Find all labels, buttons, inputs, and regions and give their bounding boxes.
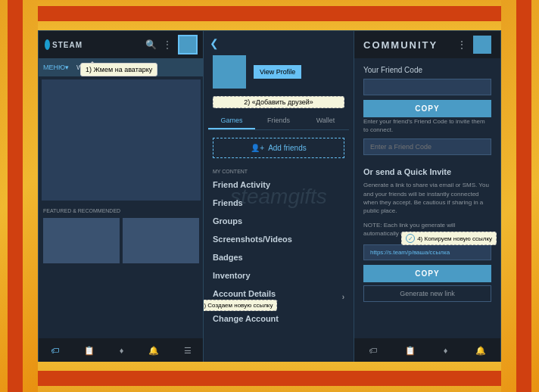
- header-icons: 🔍 ⋮: [145, 35, 198, 54]
- annotation-1: 1) Жмем на аватарку: [80, 63, 157, 76]
- community-title: COMMUNITY: [363, 39, 450, 51]
- center-dropdown-panel: ❮ View Profile 2) «Добавить друзей» Game…: [203, 30, 354, 363]
- tab-wallet[interactable]: Wallet: [302, 113, 349, 129]
- gift-decoration-top: [0, 0, 539, 30]
- generate-link-button[interactable]: Generate new link: [363, 285, 491, 302]
- featured-label: FEATURED & RECOMMENDED: [43, 208, 199, 213]
- annotation-4-text: 4) Копируем новую ссылку: [417, 235, 492, 242]
- friend-code-label: Your Friend Code: [363, 66, 491, 74]
- menu-screenshots[interactable]: Screenshots/Videos: [204, 230, 354, 248]
- community-avatar: [473, 36, 491, 54]
- quick-invite-desc: Generate a link to share via email or SM…: [363, 181, 491, 215]
- copy-friend-code-button[interactable]: COPY: [363, 100, 491, 117]
- r-nav-list[interactable]: 📋: [405, 346, 416, 356]
- bottom-nav-diamond[interactable]: ♦: [120, 346, 124, 355]
- steam-logo-icon: [45, 39, 50, 50]
- user-avatar[interactable]: [178, 35, 198, 54]
- more-icon[interactable]: ⋮: [163, 39, 172, 50]
- menu-inventory[interactable]: Inventory: [204, 266, 354, 285]
- quick-invite-label: Or send a Quick Invite: [363, 167, 491, 176]
- add-friends-icon: 👤+: [251, 144, 264, 152]
- steam-logo-text: STEAM: [52, 41, 83, 49]
- community-more-icon[interactable]: ⋮: [456, 39, 467, 51]
- profile-section: View Profile: [204, 55, 354, 96]
- annotation-4: ✓ 4) Копируем новую ссылку: [401, 232, 497, 245]
- back-arrow[interactable]: ❮: [204, 31, 354, 55]
- community-panel: COMMUNITY ⋮ Your Friend Code COPY Enter …: [354, 30, 501, 363]
- nav-menu[interactable]: МЕНЮ▾: [43, 64, 69, 71]
- center-tabs: Games Friends Wallet: [208, 113, 349, 130]
- friend-code-input[interactable]: [363, 79, 491, 95]
- add-friends-button[interactable]: 👤+ Add friends: [213, 138, 344, 158]
- annotation-3: 3) Создаем новую ссылку: [203, 300, 277, 311]
- friend-code-section: Your Friend Code COPY Enter your friend'…: [354, 58, 500, 167]
- menu-change-account[interactable]: Change Account: [204, 310, 354, 328]
- r-nav-diamond[interactable]: ♦: [444, 346, 448, 355]
- profile-avatar[interactable]: [213, 55, 246, 89]
- bottom-nav-list[interactable]: 📋: [84, 346, 95, 356]
- gift-decoration-bottom: [0, 362, 539, 392]
- annotation-2: 2) «Добавить друзей»: [213, 96, 344, 108]
- community-header: COMMUNITY ⋮: [354, 31, 500, 58]
- r-nav-tag[interactable]: 🏷: [369, 346, 377, 355]
- invite-link-display: https://s.team/p/ваша/ссылка: [363, 244, 491, 260]
- menu-friend-activity[interactable]: Friend Activity: [204, 176, 354, 194]
- menu-groups[interactable]: Groups: [204, 212, 354, 230]
- featured-items: [43, 218, 199, 263]
- steam-logo: STEAM: [45, 39, 83, 50]
- main-container: STEAM 🔍 ⋮ МЕНЮ▾ WISHLIST WALLET 1) Жмем …: [38, 30, 501, 363]
- steam-client-panel: STEAM 🔍 ⋮ МЕНЮ▾ WISHLIST WALLET 1) Жмем …: [38, 30, 204, 363]
- bottom-nav-bell[interactable]: 🔔: [148, 346, 159, 356]
- search-icon[interactable]: 🔍: [145, 39, 157, 50]
- copy-link-button[interactable]: COPY: [363, 265, 491, 282]
- left-bottom-nav: 🏷 📋 ♦ 🔔 ☰: [39, 338, 204, 362]
- right-bottom-nav: 🏷 📋 ♦ 🔔: [354, 338, 500, 362]
- featured-item-1: [43, 218, 120, 263]
- featured-section: FEATURED & RECOMMENDED: [39, 204, 204, 268]
- tab-games[interactable]: Games: [208, 113, 255, 129]
- bottom-nav-tag[interactable]: 🏷: [51, 346, 59, 355]
- gift-decoration-left: [0, 0, 38, 392]
- my-content-label: MY CONTENT: [204, 166, 354, 176]
- add-friends-label: Add friends: [268, 144, 307, 152]
- menu-account-label: Account Details: [213, 289, 278, 298]
- bottom-nav-menu[interactable]: ☰: [184, 346, 192, 356]
- tab-friends[interactable]: Friends: [255, 113, 302, 129]
- enter-friend-code-input[interactable]: [363, 138, 491, 155]
- check-icon: ✓: [406, 234, 415, 243]
- left-content-area: [42, 79, 201, 201]
- menu-friends[interactable]: Friends: [204, 194, 354, 212]
- menu-arrow-icon: ›: [342, 293, 344, 301]
- steam-header: STEAM 🔍 ⋮: [39, 31, 204, 58]
- r-nav-bell[interactable]: 🔔: [475, 346, 486, 356]
- friend-code-desc: Enter your friend's Friend Code to invit…: [363, 117, 491, 134]
- gift-decoration-right: [501, 0, 539, 392]
- view-profile-button[interactable]: View Profile: [254, 65, 301, 79]
- featured-item-2: [123, 218, 199, 263]
- menu-badges[interactable]: Badges: [204, 248, 354, 266]
